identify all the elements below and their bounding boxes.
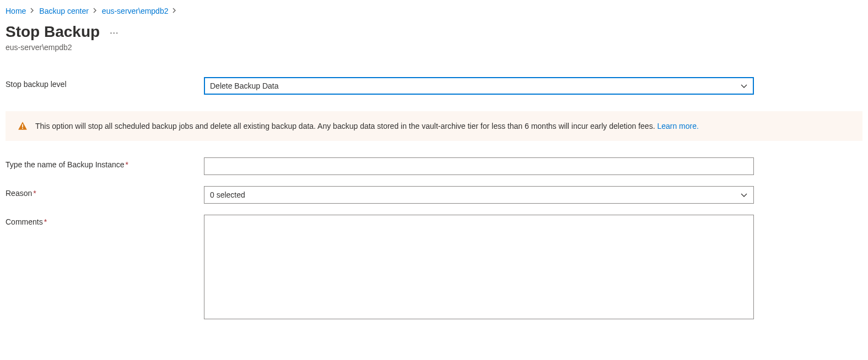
page-subtitle: eus-server\empdb2 bbox=[6, 43, 862, 52]
warning-banner: This option will stop all scheduled back… bbox=[6, 111, 862, 141]
chevron-right-icon bbox=[93, 7, 98, 15]
svg-rect-0 bbox=[22, 124, 23, 128]
more-icon[interactable]: ··· bbox=[110, 26, 118, 38]
warning-text: This option will stop all scheduled back… bbox=[35, 122, 699, 130]
instance-name-label: Type the name of Backup Instance* bbox=[6, 157, 204, 169]
learn-more-link[interactable]: Learn more. bbox=[657, 122, 698, 130]
svg-rect-1 bbox=[22, 128, 23, 129]
reason-select[interactable]: 0 selected bbox=[204, 186, 754, 204]
breadcrumb-backup-center[interactable]: Backup center bbox=[39, 7, 89, 15]
stop-backup-level-value: Delete Backup Data bbox=[210, 81, 279, 90]
page-title: Stop Backup bbox=[6, 23, 100, 41]
instance-name-input[interactable] bbox=[204, 157, 754, 175]
reason-value: 0 selected bbox=[210, 190, 245, 199]
chevron-down-icon bbox=[740, 191, 748, 199]
reason-label: Reason* bbox=[6, 186, 204, 198]
stop-backup-level-select[interactable]: Delete Backup Data bbox=[204, 77, 754, 95]
breadcrumb: Home Backup center eus-server\empdb2 bbox=[6, 7, 862, 15]
warning-icon bbox=[18, 121, 28, 131]
comments-textarea[interactable] bbox=[204, 215, 754, 319]
chevron-down-icon bbox=[740, 82, 748, 90]
comments-label: Comments* bbox=[6, 215, 204, 226]
stop-backup-level-label: Stop backup level bbox=[6, 77, 204, 89]
chevron-right-icon bbox=[172, 7, 177, 15]
breadcrumb-home[interactable]: Home bbox=[6, 7, 26, 15]
chevron-right-icon bbox=[30, 7, 35, 15]
breadcrumb-instance[interactable]: eus-server\empdb2 bbox=[102, 7, 169, 15]
